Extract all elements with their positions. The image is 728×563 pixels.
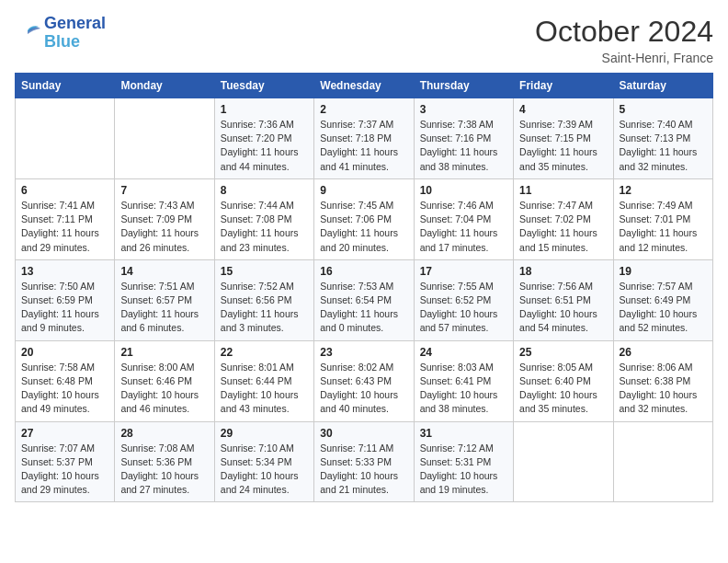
- calendar-cell: 29Sunrise: 7:10 AM Sunset: 5:34 PM Dayli…: [214, 421, 313, 502]
- calendar-cell: 30Sunrise: 7:11 AM Sunset: 5:33 PM Dayli…: [314, 421, 414, 502]
- day-number: 10: [420, 184, 507, 197]
- day-info: Sunrise: 7:41 AM Sunset: 7:11 PM Dayligh…: [21, 199, 108, 255]
- calendar-cell: 18Sunrise: 7:56 AM Sunset: 6:51 PM Dayli…: [514, 259, 613, 340]
- day-info: Sunrise: 7:37 AM Sunset: 7:18 PM Dayligh…: [320, 118, 407, 174]
- calendar-cell: [115, 98, 214, 179]
- logo-text: GeneralBlue: [44, 15, 106, 52]
- calendar-cell: 15Sunrise: 7:52 AM Sunset: 6:56 PM Dayli…: [214, 259, 313, 340]
- calendar-cell: 8Sunrise: 7:44 AM Sunset: 7:08 PM Daylig…: [214, 178, 313, 259]
- day-info: Sunrise: 7:08 AM Sunset: 5:36 PM Dayligh…: [120, 442, 208, 498]
- day-number: 8: [221, 184, 308, 197]
- calendar-cell: 21Sunrise: 8:00 AM Sunset: 6:46 PM Dayli…: [115, 340, 214, 421]
- day-info: Sunrise: 7:46 AM Sunset: 7:04 PM Dayligh…: [420, 199, 507, 255]
- day-info: Sunrise: 7:55 AM Sunset: 6:52 PM Dayligh…: [420, 280, 507, 336]
- calendar-cell: 16Sunrise: 7:53 AM Sunset: 6:54 PM Dayli…: [314, 259, 414, 340]
- day-number: 28: [120, 427, 208, 440]
- month-title: October 2024: [535, 15, 713, 49]
- day-info: Sunrise: 7:44 AM Sunset: 7:08 PM Dayligh…: [221, 199, 308, 255]
- day-number: 20: [21, 346, 108, 359]
- day-number: 7: [120, 184, 208, 197]
- calendar-cell: 9Sunrise: 7:45 AM Sunset: 7:06 PM Daylig…: [314, 178, 414, 259]
- calendar-cell: 20Sunrise: 7:58 AM Sunset: 6:48 PM Dayli…: [16, 340, 115, 421]
- calendar-week-2: 6Sunrise: 7:41 AM Sunset: 7:11 PM Daylig…: [16, 178, 713, 259]
- title-block: October 2024 Saint-Henri, France: [535, 15, 713, 65]
- calendar-cell: 17Sunrise: 7:55 AM Sunset: 6:52 PM Dayli…: [414, 259, 513, 340]
- day-info: Sunrise: 7:11 AM Sunset: 5:33 PM Dayligh…: [320, 442, 407, 498]
- day-number: 1: [221, 103, 308, 116]
- day-info: Sunrise: 7:40 AM Sunset: 7:13 PM Dayligh…: [620, 118, 707, 174]
- calendar-cell: 5Sunrise: 7:40 AM Sunset: 7:13 PM Daylig…: [613, 98, 712, 179]
- calendar-week-3: 13Sunrise: 7:50 AM Sunset: 6:59 PM Dayli…: [16, 259, 713, 340]
- day-info: Sunrise: 8:00 AM Sunset: 6:46 PM Dayligh…: [120, 361, 208, 417]
- calendar-week-5: 27Sunrise: 7:07 AM Sunset: 5:37 PM Dayli…: [16, 421, 713, 502]
- day-info: Sunrise: 7:45 AM Sunset: 7:06 PM Dayligh…: [320, 199, 407, 255]
- day-number: 11: [519, 184, 607, 197]
- day-number: 5: [620, 103, 707, 116]
- calendar-table: SundayMondayTuesdayWednesdayThursdayFrid…: [15, 73, 713, 502]
- day-info: Sunrise: 8:05 AM Sunset: 6:40 PM Dayligh…: [519, 361, 607, 417]
- day-number: 16: [320, 265, 407, 278]
- day-info: Sunrise: 7:57 AM Sunset: 6:49 PM Dayligh…: [620, 280, 707, 336]
- day-number: 6: [21, 184, 108, 197]
- day-info: Sunrise: 7:50 AM Sunset: 6:59 PM Dayligh…: [21, 280, 108, 336]
- calendar-cell: 19Sunrise: 7:57 AM Sunset: 6:49 PM Dayli…: [613, 259, 712, 340]
- day-number: 3: [420, 103, 507, 116]
- day-number: 24: [420, 346, 507, 359]
- day-number: 14: [120, 265, 208, 278]
- day-info: Sunrise: 8:03 AM Sunset: 6:41 PM Dayligh…: [420, 361, 507, 417]
- calendar-week-1: 1Sunrise: 7:36 AM Sunset: 7:20 PM Daylig…: [16, 98, 713, 179]
- day-number: 25: [519, 346, 607, 359]
- day-info: Sunrise: 7:47 AM Sunset: 7:02 PM Dayligh…: [519, 199, 607, 255]
- calendar-week-4: 20Sunrise: 7:58 AM Sunset: 6:48 PM Dayli…: [16, 340, 713, 421]
- calendar-cell: 2Sunrise: 7:37 AM Sunset: 7:18 PM Daylig…: [314, 98, 414, 179]
- calendar-cell: 3Sunrise: 7:38 AM Sunset: 7:16 PM Daylig…: [414, 98, 513, 179]
- calendar-cell: 7Sunrise: 7:43 AM Sunset: 7:09 PM Daylig…: [115, 178, 214, 259]
- day-info: Sunrise: 7:58 AM Sunset: 6:48 PM Dayligh…: [21, 361, 108, 417]
- day-info: Sunrise: 7:12 AM Sunset: 5:31 PM Dayligh…: [420, 442, 507, 498]
- calendar-cell: 28Sunrise: 7:08 AM Sunset: 5:36 PM Dayli…: [115, 421, 214, 502]
- day-info: Sunrise: 8:01 AM Sunset: 6:44 PM Dayligh…: [221, 361, 308, 417]
- day-number: 22: [221, 346, 308, 359]
- day-info: Sunrise: 7:43 AM Sunset: 7:09 PM Dayligh…: [120, 199, 208, 255]
- weekday-header-thursday: Thursday: [414, 74, 513, 98]
- calendar-cell: 10Sunrise: 7:46 AM Sunset: 7:04 PM Dayli…: [414, 178, 513, 259]
- weekday-header-sunday: Sunday: [16, 74, 115, 98]
- day-number: 9: [320, 184, 407, 197]
- day-number: 23: [320, 346, 407, 359]
- calendar-cell: 12Sunrise: 7:49 AM Sunset: 7:01 PM Dayli…: [613, 178, 712, 259]
- day-number: 31: [420, 427, 507, 440]
- location: Saint-Henri, France: [535, 51, 713, 65]
- day-info: Sunrise: 8:02 AM Sunset: 6:43 PM Dayligh…: [320, 361, 407, 417]
- weekday-header-saturday: Saturday: [613, 74, 712, 98]
- day-info: Sunrise: 7:38 AM Sunset: 7:16 PM Dayligh…: [420, 118, 507, 174]
- calendar-cell: 14Sunrise: 7:51 AM Sunset: 6:57 PM Dayli…: [115, 259, 214, 340]
- day-number: 26: [620, 346, 707, 359]
- day-number: 2: [320, 103, 407, 116]
- day-info: Sunrise: 7:39 AM Sunset: 7:15 PM Dayligh…: [519, 118, 607, 174]
- calendar-cell: 24Sunrise: 8:03 AM Sunset: 6:41 PM Dayli…: [414, 340, 513, 421]
- calendar-cell: 1Sunrise: 7:36 AM Sunset: 7:20 PM Daylig…: [214, 98, 313, 179]
- day-number: 15: [221, 265, 308, 278]
- calendar-cell: 6Sunrise: 7:41 AM Sunset: 7:11 PM Daylig…: [16, 178, 115, 259]
- day-info: Sunrise: 7:49 AM Sunset: 7:01 PM Dayligh…: [620, 199, 707, 255]
- calendar-cell: 25Sunrise: 8:05 AM Sunset: 6:40 PM Dayli…: [514, 340, 613, 421]
- calendar-cell: [514, 421, 613, 502]
- weekday-header-friday: Friday: [514, 74, 613, 98]
- calendar-cell: 22Sunrise: 8:01 AM Sunset: 6:44 PM Dayli…: [214, 340, 313, 421]
- calendar-cell: 26Sunrise: 8:06 AM Sunset: 6:38 PM Dayli…: [613, 340, 712, 421]
- page-header: GeneralBlue October 2024 Saint-Henri, Fr…: [15, 15, 713, 65]
- calendar-cell: 11Sunrise: 7:47 AM Sunset: 7:02 PM Dayli…: [514, 178, 613, 259]
- calendar-cell: 31Sunrise: 7:12 AM Sunset: 5:31 PM Dayli…: [414, 421, 513, 502]
- day-number: 21: [120, 346, 208, 359]
- logo: GeneralBlue: [15, 15, 106, 52]
- weekday-header-tuesday: Tuesday: [214, 74, 313, 98]
- logo-icon: [15, 23, 40, 43]
- day-info: Sunrise: 7:52 AM Sunset: 6:56 PM Dayligh…: [221, 280, 308, 336]
- day-info: Sunrise: 8:06 AM Sunset: 6:38 PM Dayligh…: [620, 361, 707, 417]
- day-number: 18: [519, 265, 607, 278]
- day-number: 19: [620, 265, 707, 278]
- day-number: 12: [620, 184, 707, 197]
- calendar-cell: 13Sunrise: 7:50 AM Sunset: 6:59 PM Dayli…: [16, 259, 115, 340]
- day-number: 4: [519, 103, 607, 116]
- weekday-header-monday: Monday: [115, 74, 214, 98]
